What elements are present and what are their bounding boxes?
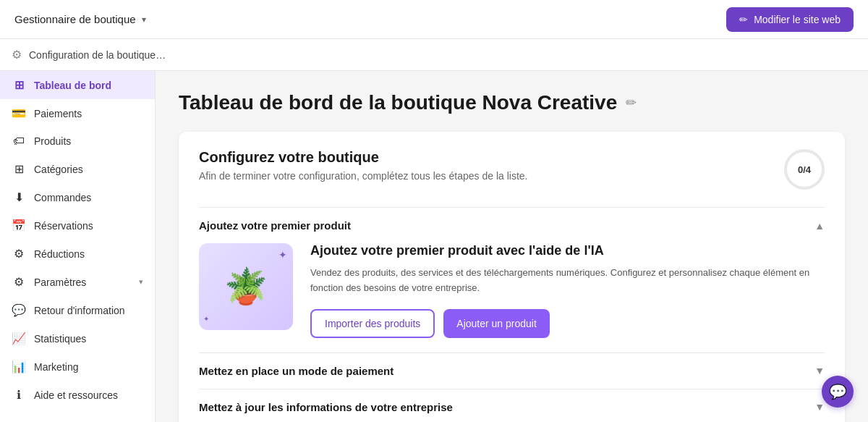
accordion-body-first-product: 🪴 ✦ ✦ Ajoutez votre premier produit avec… [199,243,825,353]
chevron-up-icon: ▲ [814,220,825,232]
accordion-header-company-info[interactable]: Mettez à jour les informations de votre … [199,389,825,422]
help-icon: ℹ [12,388,26,402]
config-title: Configurez votre boutique [199,149,527,166]
sidebar-item-marketing[interactable]: 📊 Marketing [0,353,155,381]
secondbar-text: Configuration de la boutique… [29,49,166,61]
sidebar-label-orders: Commandes [34,192,91,203]
payments-icon: 💳 [12,106,26,120]
config-card: Configurez votre boutique Afin de termin… [179,132,845,422]
product-stars-icon: ✦ [278,249,287,261]
sidebar-label-feedback: Retour d'information [34,305,125,316]
sidebar: ⊞ Tableau de bord 💳 Paiements 🏷 Produits… [0,71,156,422]
parameters-icon: ⚙ [12,275,26,289]
product-image-box: 🪴 ✦ ✦ [199,243,293,330]
progress-value: 0/4 [798,164,811,175]
import-products-button[interactable]: Importer des produits [310,309,435,338]
sidebar-label-parameters: Paramètres [34,277,86,288]
chevron-down-icon: ▾ [139,277,143,287]
main-content: Tableau de bord de la boutique Nova Crea… [156,71,868,422]
config-header-text: Configurez votre boutique Afin de termin… [199,149,527,182]
accordion-open-content: 🪴 ✦ ✦ Ajoutez votre premier produit avec… [199,243,825,338]
feedback-icon: 💬 [12,303,26,317]
accordion-company-info: Mettez à jour les informations de votre … [199,389,825,422]
accordion-label-payment-mode: Mettez en place un mode de paiement [199,365,393,377]
sidebar-item-products[interactable]: 🏷 Produits [0,127,155,155]
accordion-header-payment-mode[interactable]: Mettez en place un mode de paiement ▼ [199,353,825,389]
add-product-button[interactable]: Ajouter un produit [443,309,550,338]
page-title-row: Tableau de bord de la boutique Nova Crea… [179,91,845,114]
product-vase-icon: 🪴 [224,266,268,307]
sidebar-item-orders[interactable]: ⬇ Commandes [0,183,155,211]
open-title: Ajoutez votre premier produit avec l'aid… [310,243,825,258]
page-title: Tableau de bord de la boutique Nova Crea… [179,91,617,114]
chevron-down-payment-icon: ▼ [814,365,825,376]
marketing-icon: 📊 [12,360,26,374]
sidebar-item-payments[interactable]: 💳 Paiements [0,99,155,127]
sidebar-item-statistics[interactable]: 📈 Statistiques [0,324,155,353]
sidebar-label-statistics: Statistiques [34,333,86,345]
product-stars-bl-icon: ✦ [203,315,209,323]
sidebar-label-reservations: Réservations [34,220,93,232]
topbar: Gestionnaire de boutique ▾ ✏ Modifier le… [0,0,868,39]
topbar-left: Gestionnaire de boutique ▾ [14,13,146,25]
products-icon: 🏷 [12,135,26,148]
sidebar-label-marketing: Marketing [34,361,78,373]
reservations-icon: 📅 [12,219,26,232]
categories-icon: ⊞ [12,162,26,176]
accordion-label-first-product: Ajoutez votre premier produit [199,219,351,232]
chevron-down-company-icon: ▼ [814,401,825,413]
fab-icon: 💬 [829,383,847,400]
sidebar-label-reductions: Réductions [34,248,85,260]
open-desc: Vendez des produits, des services et des… [310,266,825,296]
sidebar-item-reservations[interactable]: 📅 Réservations [0,211,155,240]
fab-button[interactable]: 💬 [822,376,854,408]
sidebar-label-help: Aide et ressources [34,389,118,401]
main-layout: ⊞ Tableau de bord 💳 Paiements 🏷 Produits… [0,71,868,422]
sidebar-item-parameters[interactable]: ⚙ Paramètres ▾ [0,268,155,296]
accordion-label-company-info: Mettez à jour les informations de votre … [199,401,453,413]
accordion-first-product: Ajoutez votre premier produit ▲ 🪴 ✦ ✦ Aj… [199,207,825,353]
topbar-title: Gestionnaire de boutique [14,13,136,25]
sidebar-item-help[interactable]: ℹ Aide et ressources [0,381,155,409]
sidebar-label-dashboard: Tableau de bord [34,80,111,91]
sidebar-label-categories: Catégories [34,164,83,175]
edit-pencil-icon: ✏ [739,14,748,25]
accordion-header-first-product[interactable]: Ajoutez votre premier produit ▲ [199,208,825,243]
sidebar-item-dashboard[interactable]: ⊞ Tableau de bord [0,71,155,99]
dashboard-icon: ⊞ [12,78,26,92]
secondbar: ⚙ Configuration de la boutique… [0,39,868,71]
page-edit-icon[interactable]: ✏ [626,95,637,111]
modify-site-button[interactable]: ✏ Modifier le site web [726,7,854,32]
sidebar-item-reductions[interactable]: ⚙ Réductions [0,240,155,268]
modify-site-label: Modifier le site web [754,14,841,25]
reductions-icon: ⚙ [12,247,26,261]
sidebar-label-payments: Paiements [34,108,82,119]
config-icon: ⚙ [12,48,22,62]
parameters-row: Paramètres ▾ [34,277,143,288]
sidebar-item-categories[interactable]: ⊞ Catégories [0,155,155,183]
progress-circle: 0/4 [784,149,825,190]
config-subtitle: Afin de terminer votre configuration, co… [199,170,527,182]
open-buttons: Importer des produits Ajouter un produit [310,309,825,338]
topbar-chevron-icon: ▾ [142,14,146,25]
statistics-icon: 📈 [12,332,26,345]
accordion-open-text: Ajoutez votre premier produit avec l'aid… [310,243,825,338]
sidebar-item-feedback[interactable]: 💬 Retour d'information [0,296,155,324]
accordion-payment-mode: Mettez en place un mode de paiement ▼ [199,353,825,389]
orders-icon: ⬇ [12,190,26,204]
config-header: Configurez votre boutique Afin de termin… [199,149,825,190]
sidebar-label-products: Produits [34,135,71,147]
